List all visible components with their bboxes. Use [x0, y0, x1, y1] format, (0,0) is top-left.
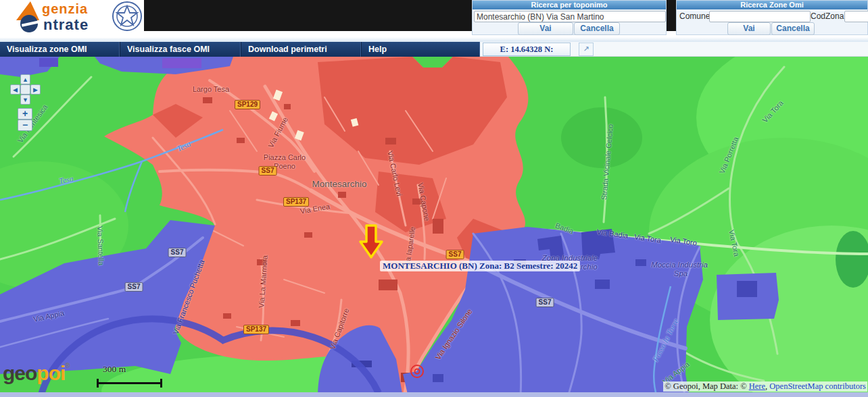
logo-text-ntrate: ntrate	[43, 16, 89, 34]
openstreetmap-link[interactable]: OpenStreetMap contributors	[769, 381, 866, 391]
bottom-edge-band	[0, 392, 868, 397]
menu-item-help[interactable]: Help	[362, 42, 480, 57]
pan-left-button[interactable]: ◀	[10, 84, 20, 95]
logo-e-glyph	[20, 15, 38, 32]
zone-info-tooltip: MONTESARCHIO (BN) Zona: B2 Semestre: 202…	[380, 261, 580, 271]
logo-text-genzia: genzia	[42, 1, 88, 17]
geopoi-logo-geo: geo	[3, 362, 37, 384]
geopoi-logo-poi: poi	[37, 362, 65, 384]
minus-icon: −	[22, 120, 28, 130]
map-canvas	[0, 57, 868, 397]
arrow-left-icon: ◀	[13, 86, 18, 93]
pan-right-button[interactable]: ▶	[30, 84, 41, 95]
toponym-search-input[interactable]	[474, 11, 666, 22]
zone-cancella-button[interactable]: Cancella	[771, 22, 815, 35]
scale-label: 300 m	[103, 364, 126, 375]
geopoi-omi-app: genzia ntrate Ricerca per toponimo Vai C…	[0, 0, 868, 397]
zoom-out-button[interactable]: −	[18, 120, 32, 131]
geopoi-logo: geopoi®	[3, 362, 70, 385]
arrow-up-icon: ▲	[22, 76, 28, 83]
codzona-input[interactable]	[844, 11, 868, 22]
zoom-in-button[interactable]: +	[18, 108, 32, 120]
expand-coordinates-button[interactable]: ↗	[579, 43, 594, 56]
search-panel-toponym: Ricerca per toponimo Vai Cancella	[472, 0, 667, 35]
map-viewport[interactable]: Largo TesaVia FiumePiazza CarloPoenoMont…	[0, 57, 868, 397]
coordinates-readout: E: 14.64328 N: 41.05891	[483, 43, 571, 56]
search-panel-zone-omi: Ricerca Zone Omi Comune: CodZona: Vai Ca…	[676, 0, 868, 35]
attribution-text: © Geopoi, Map Data: ©	[665, 381, 749, 391]
map-attribution: © Geopoi, Map Data: © Here, OpenStreetMa…	[663, 381, 867, 392]
registered-mark: ®	[65, 362, 70, 369]
panel-title: Ricerca per toponimo	[473, 1, 666, 9]
arrow-down-icon: ▼	[22, 97, 28, 103]
italy-emblem-icon	[112, 1, 143, 32]
zone-vai-button[interactable]: Vai	[727, 22, 771, 35]
menu-item-visualizza-zone-omi[interactable]: Visualizza zone OMI	[0, 42, 120, 57]
agenzia-entrate-logo: genzia ntrate	[0, 0, 144, 38]
comune-input[interactable]	[709, 11, 811, 22]
codzona-label: CodZona:	[811, 11, 846, 21]
external-link-icon: ↗	[583, 45, 589, 53]
pan-up-button[interactable]: ▲	[20, 74, 30, 84]
toponym-vai-button[interactable]: Vai	[518, 22, 573, 35]
panel-title: Ricerca Zone Omi	[677, 1, 867, 9]
pan-center-button[interactable]	[20, 84, 30, 95]
main-menu-bar: Visualizza zone OMI Visualizza fasce OMI…	[0, 42, 480, 57]
menu-item-download-perimetri[interactable]: Download perimetri	[241, 42, 362, 57]
plus-icon: +	[22, 108, 28, 119]
arrow-right-icon: ▶	[33, 86, 38, 93]
menu-item-visualizza-fasce-omi[interactable]: Visualizza fasce OMI	[120, 42, 241, 57]
pan-down-button[interactable]: ▼	[20, 95, 30, 105]
toponym-cancella-button[interactable]: Cancella	[574, 22, 620, 35]
scale-bar	[97, 379, 162, 388]
comune-label: Comune:	[679, 11, 713, 21]
here-link[interactable]: Here	[749, 381, 765, 391]
